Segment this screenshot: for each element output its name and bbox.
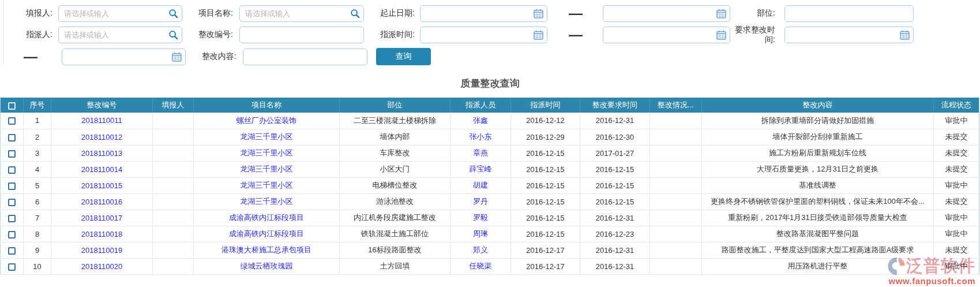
seq-cell: 7 [24, 210, 51, 226]
rectify-code-link[interactable]: 2018110011 [81, 116, 122, 125]
status-cell: 审批中 [934, 258, 979, 274]
assignee-link[interactable]: 张鑫 [473, 116, 488, 125]
rectify-code-cell: 2018110012 [51, 129, 153, 145]
rectify-no-input[interactable] [239, 27, 364, 43]
part-cell: 小区大门 [340, 161, 450, 177]
project-link[interactable]: 成渝高铁内江标段项目 [229, 229, 304, 238]
assignee-link[interactable]: 胡建 [473, 181, 488, 189]
assigner-input[interactable] [58, 27, 182, 43]
project-link[interactable]: 龙湖三千里小区 [241, 132, 293, 141]
row-checkbox[interactable] [8, 117, 16, 125]
project-link[interactable]: 龙湖三千里小区 [241, 148, 293, 157]
project-link[interactable]: 龙湖三千里小区 [241, 165, 293, 173]
table-body: 1 2018110011 螺丝厂办公室装饰 二至三楼混凝土楼梯拆除 张鑫 201… [1, 113, 979, 274]
assignee-link[interactable]: 任晓渠 [470, 262, 492, 270]
assignee-link[interactable]: 章燕 [473, 148, 488, 157]
project-link[interactable]: 成渝高铁内江标段项目 [229, 213, 304, 222]
select-all-checkbox[interactable] [8, 102, 16, 110]
table-row: 10 2018110020 绿城云栖玫瑰园 土方回填 任晓渠 2016-12-1… [1, 258, 979, 274]
assignee-link[interactable]: 罗丹 [473, 197, 488, 206]
rectify-code-link[interactable]: 2018110018 [81, 230, 122, 238]
search-icon[interactable] [168, 9, 178, 18]
assign-date-cell: 2016-12-15 [511, 161, 580, 177]
reporter-cell [153, 145, 194, 161]
require-date-cell: 2016-12-31 [580, 242, 650, 258]
rectify-code-link[interactable]: 2018110017 [81, 214, 122, 222]
row-checkbox[interactable] [8, 199, 16, 206]
row-checkbox[interactable] [8, 182, 16, 190]
row-checkbox[interactable] [8, 134, 16, 141]
assignee-link[interactable]: 薛宝峰 [470, 165, 492, 173]
assignee-cell: 薛宝峰 [450, 161, 511, 177]
calendar-icon[interactable] [172, 52, 182, 62]
assignee-cell: 任晓渠 [450, 258, 511, 274]
rectify-code-link[interactable]: 2018110014 [81, 165, 122, 174]
rectify-code-link[interactable]: 2018110013 [81, 149, 122, 158]
row-checkbox[interactable] [8, 215, 16, 222]
project-link[interactable]: 龙湖三千里小区 [241, 181, 293, 189]
part-label: 部位: [730, 8, 775, 18]
select-all-header [1, 98, 24, 113]
project-link[interactable]: 绿城云栖玫瑰园 [241, 262, 293, 270]
search-button[interactable]: 查询 [376, 48, 431, 65]
reporter-input[interactable] [58, 5, 182, 22]
rectify-code-link[interactable]: 2018110015 [81, 181, 122, 190]
status-cell: 未提交 [934, 145, 979, 161]
watermark-url: www.fanpusoft.com [887, 277, 975, 286]
project-link[interactable]: 螺丝厂办公室装饰 [236, 116, 296, 125]
situation-cell [650, 177, 702, 193]
status-cell: 审批中 [934, 226, 979, 242]
project-link[interactable]: 港珠澳大桥施工总承包项目 [221, 245, 311, 254]
calendar-icon[interactable] [900, 30, 910, 40]
table-row: 2 2018110012 龙湖三千里小区 墙体内部 张小东 2016-12-29… [1, 129, 979, 145]
search-icon[interactable] [350, 9, 360, 18]
assign-time-label: 指派时间: [364, 29, 415, 40]
filter-row-3: — 整改内容: 查询 [4, 48, 980, 65]
assignee-link[interactable]: 罗毅 [473, 213, 488, 222]
calendar-icon[interactable] [716, 30, 726, 40]
project-link[interactable]: 龙湖三千里小区 [241, 197, 293, 206]
calendar-icon[interactable] [534, 30, 543, 40]
status-cell: 审批中 [934, 113, 979, 129]
search-icon[interactable] [168, 30, 178, 40]
part-cell: 铁轨混凝土施工部位 [340, 226, 450, 242]
row-checkbox[interactable] [8, 247, 16, 255]
calendar-icon[interactable] [534, 9, 543, 18]
rectify-code-link[interactable]: 2018110020 [81, 262, 122, 271]
assignee-link[interactable]: 郑义 [473, 245, 488, 254]
col-assignee: 指派人员 [450, 98, 511, 113]
calendar-icon[interactable] [716, 9, 726, 18]
require-time-end-input[interactable] [62, 49, 186, 65]
situation-cell [650, 226, 702, 242]
date-range-end-input[interactable] [603, 5, 730, 22]
date-range-start-input[interactable] [420, 5, 547, 22]
require-time-start-input[interactable] [784, 27, 914, 43]
content-input[interactable] [243, 49, 367, 65]
row-checkbox[interactable] [8, 150, 16, 158]
assign-date-cell: 2016-12-17 [511, 242, 580, 258]
assign-date-cell: 2016-12-17 [511, 258, 580, 274]
project-name-input[interactable] [239, 5, 364, 22]
row-checkbox[interactable] [8, 263, 16, 271]
checkbox-cell [1, 193, 24, 210]
project-cell: 龙湖三千里小区 [194, 193, 340, 210]
rectify-code-link[interactable]: 2018110012 [81, 133, 122, 141]
assign-time-end-input[interactable] [603, 27, 730, 43]
rectify-code-cell: 2018110018 [51, 226, 153, 242]
table-row: 6 2018110016 龙湖三千里小区 游泳池整改 罗丹 2016-12-15… [1, 193, 979, 210]
assignee-link[interactable]: 张小东 [470, 132, 492, 141]
situation-cell [650, 210, 702, 226]
project-cell: 港珠澳大桥施工总承包项目 [194, 242, 340, 258]
assignee-link[interactable]: 周琳 [473, 229, 488, 238]
rectify-code-link[interactable]: 2018110019 [81, 246, 122, 255]
row-checkbox[interactable] [8, 166, 16, 174]
filter-row-2: 指派人: 整改编号: 指派时间: — 要求整改时间: [4, 26, 980, 43]
table-header-row: 序号 整改编号 填报人 项目名称 部位 指派人员 指派时间 整改要求时间 整改情… [1, 98, 979, 113]
rectify-code-link[interactable]: 2018110016 [81, 197, 122, 206]
assign-time-start-input[interactable] [420, 27, 547, 43]
part-input[interactable] [784, 5, 914, 22]
row-checkbox[interactable] [8, 231, 16, 238]
assignee-cell: 罗丹 [450, 193, 511, 210]
reporter-cell [153, 177, 194, 193]
reporter-cell [153, 258, 194, 274]
